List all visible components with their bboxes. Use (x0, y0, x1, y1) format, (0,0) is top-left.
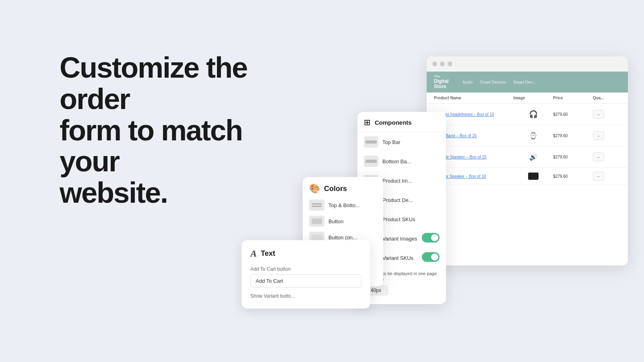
product-qty-1[interactable]: – (593, 110, 604, 119)
nav-smart-dev[interactable]: Smart Dev... (513, 80, 535, 84)
product-image-2: ⌚ (513, 129, 553, 142)
col-qty: Qua... (593, 96, 621, 100)
col-image: Image (513, 96, 553, 100)
store-nav: Audio Smart Devices Smart Dev... (462, 80, 535, 84)
product-img-placeholder-3: 🔊 (527, 150, 540, 163)
colors-panel-header: 🎨 Colors (309, 183, 377, 194)
product-img-placeholder-1: 🎧 (527, 108, 540, 121)
text-panel-icon: A (250, 248, 257, 259)
table-header: Product Name Image Price Qua... (427, 93, 628, 104)
logo-digital: Digital (434, 79, 449, 84)
product-image-4 (513, 173, 553, 180)
components-panel-title: ⊞ Components (357, 117, 446, 132)
text-panel-title-text: Text (261, 249, 275, 258)
table-row: Wireless headphones – Box of 10 🎧 $279.6… (427, 104, 628, 125)
show-variant-field-group: Show Variant butto... (250, 293, 361, 299)
color-option-button[interactable]: Button (309, 216, 377, 227)
store-logo: The Digital Store (434, 75, 449, 89)
product-qty-3[interactable]: – (593, 152, 604, 161)
top-bar-icon (364, 136, 378, 148)
text-panel: A Text Add To Cart button Show Variant b… (242, 240, 370, 309)
hero-heading: Customize the order form to match your w… (60, 52, 293, 209)
store-topbar: The Digital Store Audio Smart Devices Sm… (427, 72, 628, 93)
top-bottom-color-icon (309, 200, 324, 211)
nav-audio[interactable]: Audio (462, 80, 473, 84)
color-option-top-bottom[interactable]: Top & Botto... (309, 200, 377, 211)
add-to-cart-input[interactable] (250, 274, 361, 288)
show-variant-label: Show Variant butto... (250, 293, 361, 299)
top-bottom-color-label: Top & Botto... (328, 202, 360, 208)
text-panel-title: A Text (250, 248, 361, 259)
panel-item-bottom-bar[interactable]: Bottom Ba... (357, 152, 446, 171)
button-color-icon (309, 216, 324, 227)
product-description-label: Product De... (382, 197, 413, 203)
browser-dot-1 (432, 62, 437, 66)
variant-images-toggle[interactable] (422, 233, 440, 244)
nav-smart-devices[interactable]: Smart Devices (480, 80, 506, 84)
variant-skus-toggle[interactable] (422, 252, 440, 263)
top-bar-label: Top Bar (382, 139, 400, 145)
product-img-placeholder-2: ⌚ (527, 129, 540, 142)
product-price-3: $279.60 (553, 155, 593, 159)
components-title-text: Components (375, 119, 412, 126)
col-product-name: Product Name (434, 96, 513, 100)
colors-palette-icon: 🎨 (309, 183, 320, 194)
product-table: Product Name Image Price Qua... Wireless… (427, 93, 628, 265)
add-to-cart-label: Add To Cart button (250, 266, 361, 272)
product-skus-label: Product SKUs (382, 216, 415, 222)
variant-images-label: Variant Images (382, 236, 417, 242)
bottom-bar-label: Bottom Ba... (382, 158, 411, 165)
product-price-4: $279.60 (553, 174, 593, 179)
product-image-label: Product Im... (382, 178, 412, 184)
table-row: Smart Band – Box of 15 ⌚ $279.60 – (427, 125, 628, 146)
bottom-bar-icon (364, 156, 378, 167)
colors-title-text: Colors (324, 185, 347, 193)
color-swatch (528, 173, 539, 180)
browser-dot-2 (440, 62, 445, 66)
add-to-cart-field-group: Add To Cart button (250, 266, 361, 293)
browser-dot-3 (448, 62, 452, 66)
product-qty-2[interactable]: – (593, 131, 604, 140)
logo-store: Store (434, 84, 449, 89)
hero-section: Customize the order form to match your w… (60, 52, 293, 209)
browser-titlebar (427, 56, 628, 72)
product-price-1: $279.60 (553, 112, 593, 117)
variant-skus-label: Variant SKUs (382, 255, 413, 261)
product-image-3: 🔊 (513, 150, 553, 163)
product-image-1: 🎧 (513, 108, 553, 121)
components-icon: ⊞ (364, 117, 371, 127)
table-row: Portable Speaker – Box of 15 🔊 $279.60 – (427, 146, 628, 168)
browser-content: The Digital Store Audio Smart Devices Sm… (427, 72, 628, 265)
panel-item-top-bar[interactable]: Top Bar (357, 132, 446, 152)
browser-window: The Digital Store Audio Smart Devices Sm… (427, 56, 628, 265)
table-row: Outdoor Speaker – Box of 10 $279.60 – (427, 168, 628, 185)
product-price-2: $279.60 (553, 134, 593, 138)
product-qty-4[interactable]: – (593, 172, 604, 181)
button-on-color-label: Button (on... (328, 234, 357, 241)
button-color-label: Button (328, 218, 344, 224)
col-price: Price (553, 96, 593, 100)
